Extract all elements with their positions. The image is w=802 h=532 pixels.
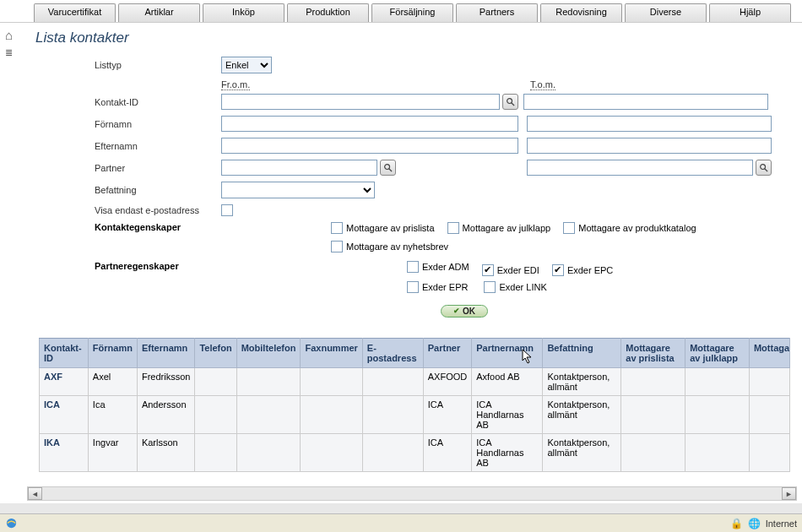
- tab-artiklar[interactable]: Artiklar: [118, 3, 200, 22]
- ok-button[interactable]: OK: [441, 305, 488, 318]
- tab-inkop[interactable]: Inköp: [203, 3, 284, 22]
- tab-varucertifikat[interactable]: Varucertifikat: [34, 3, 116, 22]
- col-mottagare-julklapp[interactable]: Mottagare av julklapp: [685, 338, 750, 367]
- cell-partnernamn: Axfood AB: [472, 367, 543, 395]
- label-efternamn: Efternamn: [95, 141, 221, 151]
- svg-line-1: [512, 103, 514, 106]
- col-telefon[interactable]: Telefon: [195, 338, 236, 367]
- col-mobiltelefon[interactable]: Mobiltelefon: [236, 338, 301, 367]
- filter-form: Listtyp Enkel Fr.o.m. T.o.m. Kontakt-ID …: [27, 57, 802, 318]
- cell-partnernamn: ICA Handlarnas AB: [472, 395, 543, 433]
- home-icon[interactable]: ⌂: [5, 28, 13, 42]
- cell-fornamn: Ingvar: [88, 433, 137, 471]
- col-befattning[interactable]: Befattning: [543, 338, 621, 367]
- cell-epost: [362, 367, 423, 395]
- label-listtyp: Listtyp: [95, 60, 221, 70]
- cell-fax: [301, 367, 362, 395]
- cell-empty: [749, 433, 789, 471]
- efternamn-from[interactable]: [221, 138, 518, 154]
- cb-exder-adm[interactable]: [407, 261, 419, 273]
- list-icon[interactable]: ≣: [5, 47, 13, 58]
- col-partner[interactable]: Partner: [423, 338, 471, 367]
- cell-empty: [749, 367, 789, 395]
- col-kontakt-id[interactable]: Kontakt-ID: [40, 338, 89, 367]
- cell-id[interactable]: IKA: [40, 433, 89, 471]
- svg-point-0: [507, 99, 512, 104]
- col-epost[interactable]: E-postadress: [362, 338, 423, 367]
- col-mottagare-prislista[interactable]: Mottagare av prislista: [621, 338, 685, 367]
- cell-partner: ICA: [423, 395, 471, 433]
- page-title: Lista kontakter: [27, 23, 802, 57]
- tab-produktion[interactable]: Produktion: [287, 3, 369, 22]
- cb-exder-link[interactable]: [484, 281, 496, 293]
- svg-point-4: [761, 165, 766, 170]
- cell-fax: [301, 395, 362, 433]
- cell-mobil: [236, 433, 301, 471]
- cb-exder-epc[interactable]: ✔: [552, 264, 564, 276]
- tab-hjalp[interactable]: Hjälp: [709, 3, 791, 22]
- status-zone: Internet: [766, 518, 797, 529]
- cb-julklapp-label: Mottagare av julklapp: [463, 223, 551, 233]
- cell-epost: [362, 433, 423, 471]
- horizontal-scrollbar[interactable]: ◄ ►: [27, 486, 797, 501]
- cb-exder-edi-label: Exder EDI: [497, 265, 539, 275]
- cb-nyhetsbrev[interactable]: [331, 241, 343, 252]
- table-row: ICAIcaAnderssonICAICA Handlarnas ABKonta…: [40, 395, 790, 433]
- cb-prislista[interactable]: [331, 222, 343, 234]
- tab-forsaljning[interactable]: Försäljning: [371, 3, 453, 22]
- cb-julklapp[interactable]: [447, 222, 459, 234]
- kontakt-id-from[interactable]: [221, 94, 500, 110]
- tab-diverse[interactable]: Diverse: [625, 3, 707, 22]
- tab-partners[interactable]: Partners: [456, 3, 538, 22]
- efternamn-to[interactable]: [527, 138, 772, 154]
- cell-befattning: Kontaktperson, allmänt: [543, 433, 621, 471]
- cell-empty: [685, 395, 750, 433]
- lookup-partner-from[interactable]: [380, 160, 396, 176]
- main-area: ⌂ ≣ Lista kontakter Listtyp Enkel Fr.o.m…: [0, 22, 802, 503]
- partner-from[interactable]: [221, 160, 377, 176]
- cell-empty: [621, 395, 685, 433]
- fornamn-from[interactable]: [221, 116, 518, 132]
- svg-line-3: [389, 169, 392, 171]
- col-faxnummer[interactable]: Faxnummer: [301, 338, 362, 367]
- col-fornamn[interactable]: Förnamn: [88, 338, 137, 367]
- checkbox-visa-epost[interactable]: [221, 204, 233, 216]
- cell-id[interactable]: ICA: [40, 395, 89, 433]
- cell-partnernamn: ICA Handlarnas AB: [472, 433, 543, 471]
- partner-to[interactable]: [527, 160, 753, 176]
- cell-partner: ICA: [423, 433, 471, 471]
- lookup-kontakt-id[interactable]: [502, 94, 518, 110]
- search-icon: [506, 97, 515, 106]
- cell-efternamn: Fredriksson: [137, 367, 194, 395]
- scroll-left-button[interactable]: ◄: [28, 487, 42, 500]
- cell-telefon: [195, 433, 236, 471]
- cell-empty: [749, 395, 789, 433]
- label-kontaktegenskaper: Kontaktegenskaper: [95, 222, 221, 232]
- from-label: Fr.o.m.: [221, 79, 250, 90]
- col-partnernamn[interactable]: Partnernamn: [472, 338, 543, 367]
- cb-produktkatalog-label: Mottagare av produktkatalog: [578, 223, 696, 233]
- col-mottagare-produkt[interactable]: Mottagare produkt: [749, 338, 789, 367]
- cb-produktkatalog[interactable]: [563, 222, 575, 234]
- cb-exder-epr[interactable]: [407, 281, 419, 293]
- scroll-right-button[interactable]: ►: [782, 487, 796, 500]
- svg-point-2: [385, 165, 390, 170]
- col-efternamn[interactable]: Efternamn: [137, 338, 194, 367]
- cell-efternamn: Andersson: [137, 395, 194, 433]
- tom-label: T.o.m.: [530, 79, 555, 90]
- cb-exder-edi[interactable]: ✔: [482, 264, 494, 276]
- cell-befattning: Kontaktperson, allmänt: [543, 367, 621, 395]
- listtyp-select[interactable]: Enkel: [221, 57, 272, 73]
- cell-fornamn: Axel: [88, 367, 137, 395]
- search-icon: [383, 163, 393, 172]
- fornamn-to[interactable]: [527, 116, 772, 132]
- cb-prislista-label: Mottagare av prislista: [346, 223, 435, 233]
- lookup-partner-to[interactable]: [756, 160, 772, 176]
- label-befattning: Befattning: [95, 185, 221, 195]
- tab-redovisning[interactable]: Redovisning: [540, 3, 622, 22]
- cb-exder-adm-label: Exder ADM: [422, 262, 469, 272]
- cell-id[interactable]: AXF: [40, 367, 89, 395]
- kontakt-id-to[interactable]: [523, 94, 768, 110]
- cell-mobil: [236, 395, 301, 433]
- befattning-select[interactable]: [221, 182, 375, 198]
